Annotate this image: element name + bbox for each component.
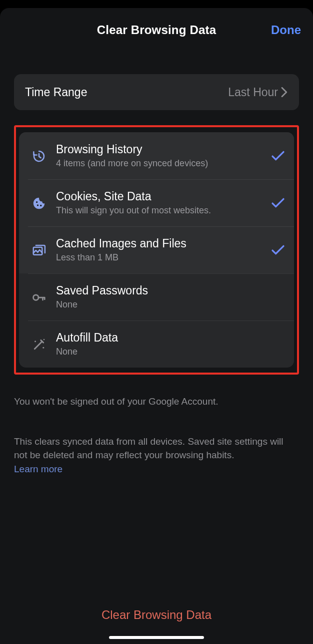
home-indicator[interactable]	[109, 636, 204, 639]
option-row-history[interactable]: Browsing History4 items (and more on syn…	[19, 132, 294, 179]
option-text: Cached Images and FilesLess than 1 MB	[50, 236, 267, 263]
footer-note-2: This clears synced data from all devices…	[14, 435, 299, 476]
checkmark-icon	[267, 197, 285, 208]
learn-more-link[interactable]: Learn more	[14, 464, 62, 475]
time-range-label: Time Range	[25, 86, 87, 99]
option-subtitle: None	[56, 299, 263, 310]
option-subtitle: 4 items (and more on synced devices)	[56, 158, 263, 169]
highlight-annotation: Browsing History4 items (and more on syn…	[14, 125, 299, 375]
option-text: Cookies, Site DataThis will sign you out…	[50, 189, 267, 216]
images-icon	[28, 242, 50, 258]
option-subtitle: Less than 1 MB	[56, 252, 263, 263]
spacer	[14, 476, 299, 598]
key-icon	[28, 289, 50, 305]
option-row-cookie[interactable]: Cookies, Site DataThis will sign you out…	[19, 179, 294, 226]
option-subtitle: This will sign you out of most websites.	[56, 205, 263, 216]
option-title: Autofill Data	[56, 331, 263, 345]
clear-browsing-data-sheet: Clear Browsing Data Done Time Range Last…	[0, 8, 313, 644]
done-button[interactable]: Done	[271, 23, 301, 37]
time-range-row[interactable]: Time Range Last Hour	[14, 74, 299, 110]
content-area: Time Range Last Hour Browsing History4 i…	[0, 52, 313, 644]
history-icon	[28, 148, 50, 164]
time-range-value-text: Last Hour	[228, 86, 278, 99]
time-range-value: Last Hour	[228, 86, 288, 99]
option-title: Saved Passwords	[56, 283, 263, 298]
checkmark-icon	[267, 150, 285, 161]
sheet-header: Clear Browsing Data Done	[0, 8, 313, 52]
option-subtitle: None	[56, 346, 263, 358]
data-type-list: Browsing History4 items (and more on syn…	[19, 132, 294, 368]
option-row-images[interactable]: Cached Images and FilesLess than 1 MB	[19, 226, 294, 273]
option-title: Browsing History	[56, 142, 263, 157]
option-title: Cached Images and Files	[56, 236, 263, 251]
footer-note-1: You won't be signed out of your Google A…	[14, 395, 299, 409]
option-row-key[interactable]: Saved PasswordsNone	[19, 273, 294, 320]
checkmark-icon	[267, 244, 285, 255]
footer-note-2-text: This clears synced data from all devices…	[14, 436, 284, 461]
page-title: Clear Browsing Data	[97, 23, 216, 37]
option-text: Browsing History4 items (and more on syn…	[50, 142, 267, 169]
option-text: Autofill DataNone	[50, 331, 267, 357]
cookie-icon	[28, 195, 50, 211]
chevron-right-icon	[281, 87, 288, 97]
option-row-wand[interactable]: Autofill DataNone	[19, 320, 294, 368]
option-title: Cookies, Site Data	[56, 189, 263, 204]
option-text: Saved PasswordsNone	[50, 283, 267, 310]
clear-browsing-data-button[interactable]: Clear Browsing Data	[14, 598, 299, 627]
wand-icon	[28, 336, 50, 352]
